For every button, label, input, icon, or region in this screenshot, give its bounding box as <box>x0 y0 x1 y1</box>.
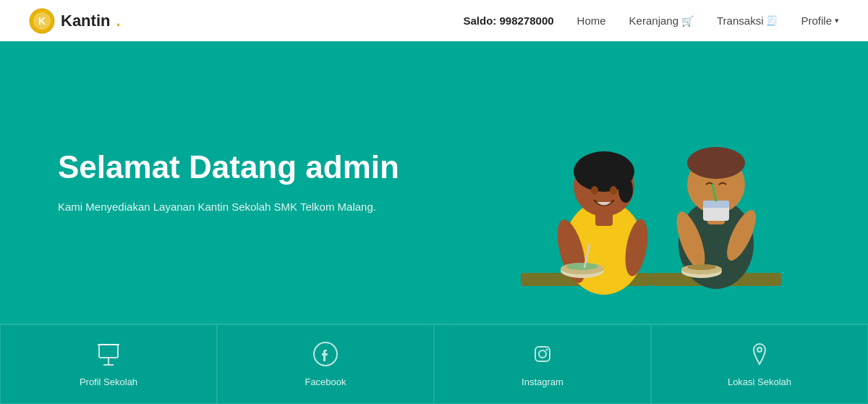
cards-row: Profil Sekolah Facebook Instagram <box>0 324 868 404</box>
nav-home[interactable]: Home <box>577 14 606 27</box>
instagram-icon <box>529 341 556 371</box>
brand-logo[interactable]: K Kantin. <box>29 8 121 34</box>
svg-point-36 <box>539 350 546 358</box>
nav-transaksi[interactable]: Transaksi 🧾 <box>717 14 778 27</box>
navbar: K Kantin. Saldo: 998278000 Home Keranjan… <box>0 0 868 41</box>
svg-point-21 <box>687 147 745 179</box>
svg-point-29 <box>687 264 716 270</box>
hero-illustration <box>477 77 825 324</box>
brand-name: Kantin <box>61 12 110 30</box>
card-facebook-label: Facebook <box>305 376 346 387</box>
facebook-icon <box>312 341 339 371</box>
svg-point-10 <box>591 186 598 195</box>
hero-title: Selamat Datang admin <box>58 149 399 186</box>
card-profil-sekolah[interactable]: Profil Sekolah <box>0 324 217 404</box>
svg-text:K: K <box>38 15 46 27</box>
card-lokasi-sekolah[interactable]: Lokasi Sekolah <box>651 324 868 404</box>
svg-rect-25 <box>703 201 729 208</box>
location-icon <box>746 341 773 371</box>
nav-profile[interactable]: Profile ▾ <box>801 14 839 27</box>
svg-rect-30 <box>99 345 118 358</box>
svg-point-11 <box>610 186 617 195</box>
svg-point-38 <box>757 348 762 352</box>
svg-rect-9 <box>595 211 613 226</box>
svg-point-8 <box>618 177 633 203</box>
people-eating-svg <box>477 77 825 324</box>
chevron-down-icon: ▾ <box>835 16 839 25</box>
brand-dot: . <box>116 12 120 30</box>
receipt-icon: 🧾 <box>766 15 778 26</box>
navbar-right: Saldo: 998278000 Home Keranjang 🛒 Transa… <box>464 14 840 27</box>
card-lokasi-label: Lokasi Sekolah <box>728 376 791 387</box>
card-instagram-label: Instagram <box>522 376 563 387</box>
card-profil-label: Profil Sekolah <box>80 376 137 387</box>
cart-icon: 🛒 <box>681 15 694 27</box>
card-facebook[interactable]: Facebook <box>217 324 434 404</box>
nav-keranjang[interactable]: Keranjang 🛒 <box>629 14 694 27</box>
saldo-display: Saldo: 998278000 <box>464 14 554 27</box>
svg-point-37 <box>546 349 548 351</box>
hero-section: Selamat Datang admin Kami Menyediakan La… <box>0 41 868 324</box>
hero-subtitle: Kami Menyediakan Layanan Kantin Sekolah … <box>58 199 399 216</box>
card-instagram[interactable]: Instagram <box>434 324 651 404</box>
easel-icon <box>95 341 122 371</box>
hero-text-block: Selamat Datang admin Kami Menyediakan La… <box>58 149 399 215</box>
svg-point-16 <box>566 263 598 270</box>
logo-icon: K <box>29 8 55 34</box>
